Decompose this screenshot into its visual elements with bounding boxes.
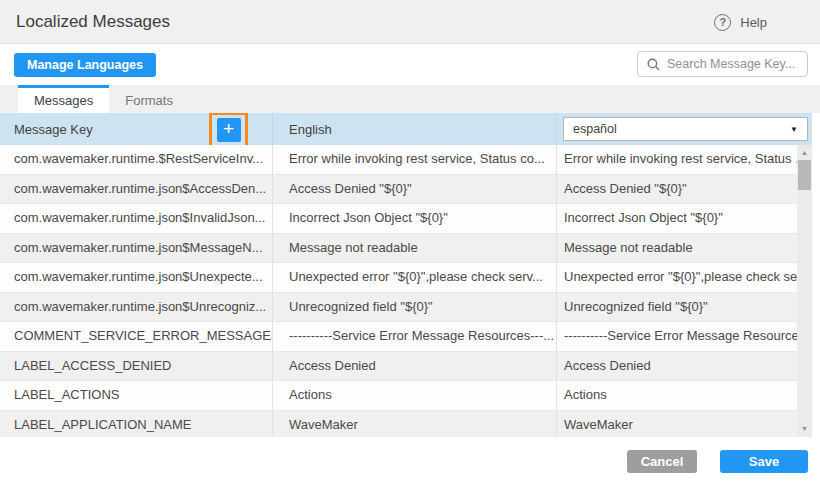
tab-messages[interactable]: Messages [18,85,109,113]
message-key-cell[interactable]: com.wavemaker.runtime.$RestServiceInv... [0,145,272,174]
help-label: Help [740,15,767,30]
tabstrip: Messages Formats [0,85,820,113]
message-key-cell[interactable]: com.wavemaker.runtime.json$Unexpecte... [0,263,272,292]
message-key-cell[interactable]: com.wavemaker.runtime.json$AccessDen... [0,175,272,204]
dialog-toolbar: Manage Languages [0,44,820,85]
add-language-highlight-callout: + [209,113,248,148]
search-box[interactable] [637,51,808,77]
tab-formats[interactable]: Formats [109,85,189,113]
table-header-row: Message Key English + español ▼ [0,113,812,145]
english-value-cell[interactable]: Unexpected error "${0}",please check ser… [272,263,556,292]
table-row[interactable]: LABEL_ACCESS_DENIED Access Denied Access… [0,352,812,382]
translation-value-cell[interactable]: Access Denied [556,352,812,381]
translation-value-cell[interactable]: WaveMaker [556,411,812,438]
english-value-cell[interactable]: Access Denied [272,352,556,381]
translation-value-cell[interactable]: Unexpected error "${0}",please check se.… [556,263,812,292]
localized-messages-dialog: Localized Messages ? Help Manage Languag… [0,0,820,490]
english-value-cell[interactable]: Access Denied "${0}" [272,175,556,204]
save-button[interactable]: Save [720,450,808,473]
add-language-button[interactable]: + [217,118,241,142]
cancel-button[interactable]: Cancel [627,450,697,473]
help-icon: ? [714,14,731,31]
translation-value-cell[interactable]: Incorrect Json Object "${0}" [556,204,812,233]
english-value-cell[interactable]: Incorrect Json Object "${0}" [272,204,556,233]
chevron-down-icon: ▼ [790,125,798,134]
table-row[interactable]: com.wavemaker.runtime.$RestServiceInv...… [0,145,812,175]
dialog-titlebar: Localized Messages ? Help [0,0,820,44]
manage-languages-button[interactable]: Manage Languages [14,53,156,77]
message-key-header-label: Message Key [14,122,93,137]
english-header-label: English [289,122,332,137]
translation-value-cell[interactable]: Actions [556,381,812,410]
language-select-value: español [573,122,617,136]
english-value-cell[interactable]: Message not readable [272,234,556,263]
column-header-english: English [272,113,556,145]
scroll-down-arrow-icon[interactable]: ▼ [797,423,812,435]
message-key-cell[interactable]: LABEL_ACCESS_DENIED [0,352,272,381]
messages-table: Message Key English + español ▼ com.wave… [0,113,812,437]
english-value-cell[interactable]: Actions [272,381,556,410]
translation-value-cell[interactable]: Message not readable [556,234,812,263]
scrollbar-thumb[interactable] [798,160,811,190]
table-row[interactable]: com.wavemaker.runtime.json$Unexpecte... … [0,263,812,293]
english-value-cell[interactable]: Unrecognized field "${0}" [272,293,556,322]
table-row[interactable]: COMMENT_SERVICE_ERROR_MESSAGES ---------… [0,322,812,352]
table-scrollbar[interactable]: ▲ ▼ [797,145,812,437]
table-row[interactable]: LABEL_APPLICATION_NAME WaveMaker WaveMak… [0,411,812,438]
page-title: Localized Messages [16,0,170,44]
table-row[interactable]: com.wavemaker.runtime.json$Unrecogniz...… [0,293,812,323]
table-body: com.wavemaker.runtime.$RestServiceInv...… [0,145,812,437]
search-input[interactable] [667,57,798,71]
message-key-cell[interactable]: com.wavemaker.runtime.json$MessageN... [0,234,272,263]
message-key-cell[interactable]: COMMENT_SERVICE_ERROR_MESSAGES [0,322,272,351]
table-row[interactable]: com.wavemaker.runtime.json$InvalidJson..… [0,204,812,234]
dialog-footer: Cancel Save [0,437,820,490]
translation-value-cell[interactable]: Unrecognized field "${0}" [556,293,812,322]
english-value-cell[interactable]: ----------Service Error Message Resource… [272,322,556,351]
translation-value-cell[interactable]: Access Denied "${0}" [556,175,812,204]
search-icon [647,58,660,71]
scroll-up-arrow-icon[interactable]: ▲ [797,147,812,159]
english-value-cell[interactable]: WaveMaker [272,411,556,438]
translation-value-cell[interactable]: Error while invoking rest service, Statu… [556,145,812,174]
message-key-cell[interactable]: com.wavemaker.runtime.json$InvalidJson..… [0,204,272,233]
message-key-cell[interactable]: com.wavemaker.runtime.json$Unrecogniz... [0,293,272,322]
english-value-cell[interactable]: Error while invoking rest service, Statu… [272,145,556,174]
table-row[interactable]: LABEL_ACTIONS Actions Actions [0,381,812,411]
message-key-cell[interactable]: LABEL_APPLICATION_NAME [0,411,272,438]
table-row[interactable]: com.wavemaker.runtime.json$MessageN... M… [0,234,812,264]
translation-value-cell[interactable]: ----------Service Error Message Resource… [556,322,812,351]
language-select[interactable]: español ▼ [563,117,808,141]
help-link[interactable]: ? Help [714,0,767,44]
message-key-cell[interactable]: LABEL_ACTIONS [0,381,272,410]
table-row[interactable]: com.wavemaker.runtime.json$AccessDen... … [0,175,812,205]
